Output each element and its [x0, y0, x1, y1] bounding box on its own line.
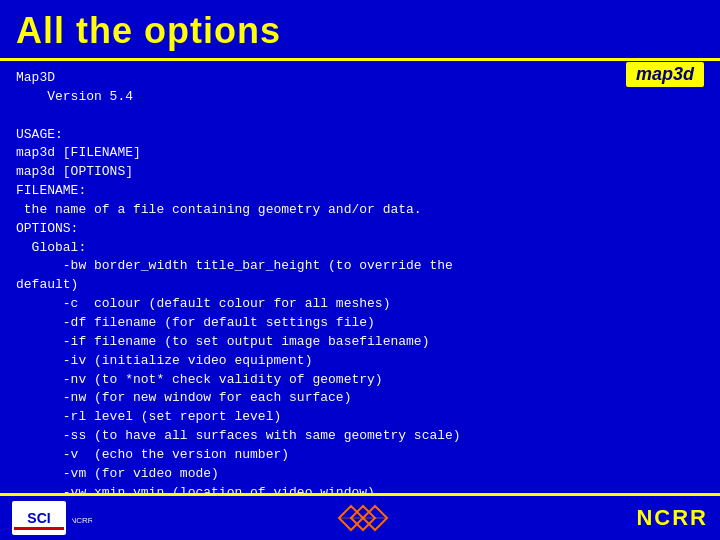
map3d-badge: map3d — [626, 62, 704, 87]
ncrr-label: NCRR — [636, 505, 708, 531]
title-divider — [0, 58, 720, 61]
svg-rect-2 — [14, 527, 64, 530]
sci-logo: SCI NCRR — [12, 501, 92, 535]
sci-sub-icon: NCRR — [72, 508, 92, 528]
svg-text:NCRR: NCRR — [72, 516, 92, 525]
content-text: Map3D Version 5.4 USAGE: map3d [FILENAME… — [16, 69, 704, 502]
title-bar: All the options — [0, 0, 720, 58]
bottom-bar: SCI NCRR NCRR — [0, 496, 720, 540]
sci-logo-svg: SCI — [12, 501, 66, 535]
page-title: All the options — [16, 10, 281, 51]
svg-text:SCI: SCI — [27, 510, 50, 526]
content-area: Map3D Version 5.4 USAGE: map3d [FILENAME… — [0, 67, 720, 504]
center-emblem — [329, 502, 399, 534]
center-logo — [92, 502, 636, 534]
